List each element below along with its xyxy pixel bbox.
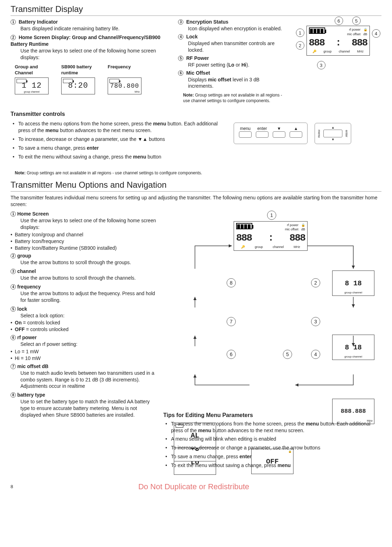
page-number: 8 (11, 484, 13, 490)
flow-circ-2: 2 (311, 278, 320, 287)
controls-note: Note: Group settings are not available i… (15, 170, 381, 176)
section-title-display: Transmitter Display (11, 4, 381, 16)
flow-circ-4: 4 (311, 350, 320, 359)
flow-circ-7: 7 (227, 317, 236, 326)
lock-icon: 🔒 (301, 223, 305, 227)
m2-title: group (17, 253, 31, 259)
lock-icon: 🔒 (363, 27, 367, 32)
m3-num: 3 (11, 269, 16, 274)
flow-circ-3: 3 (311, 317, 320, 326)
flow-circ-6: 6 (227, 350, 236, 359)
callout-3: 3 (178, 19, 183, 25)
m8-body: Use to set the battery type to match the… (11, 398, 156, 418)
m1-title: Home Screen (17, 211, 49, 217)
enter-button[interactable] (256, 131, 268, 138)
m6-num: 6 (11, 335, 16, 340)
fig-call-1: 1 (296, 29, 304, 37)
item3-title: Encryption Status (186, 19, 228, 25)
m4-title: frequency (17, 284, 41, 290)
thumb-h1: Group and Channel (15, 64, 57, 76)
flow-circ-1: 1 (267, 211, 276, 220)
callout-4: 4 (178, 34, 183, 39)
flow-circ-5: 5 (283, 350, 292, 359)
side-rocker[interactable] (323, 130, 342, 137)
item2-body: Use the arrow keys to select one of the … (11, 48, 167, 61)
watermark: Do Not Duplicate or Redistribute (138, 481, 249, 492)
m3-title: channel (17, 268, 36, 274)
m7-body: Use to match audio levels between two tr… (11, 370, 156, 390)
callout-5: 5 (178, 56, 183, 61)
item1-title: Battery Indicator (19, 19, 58, 25)
item2-title: Home Screen Display: Group and Channel/F… (11, 35, 160, 47)
m6-body: Select an rf power setting: (11, 341, 156, 348)
m4-body: Use the arrow buttons to adjust the freq… (11, 290, 156, 304)
m5-num: 5 (11, 306, 16, 312)
m2-num: 2 (11, 253, 16, 259)
section-title-menu: Transmitter Menu Options and Navigation (11, 179, 381, 192)
thumb-lcd-2: 8:20 (61, 77, 95, 94)
m6-title: rf power (17, 335, 37, 340)
section2-intro: The transmitter features individual menu… (11, 194, 381, 208)
m2-body: Use the arrow buttons to scroll through … (11, 259, 156, 266)
flow-lcd-2: 8 18group channel (332, 271, 374, 296)
thumb-lcd-1: 1 12group channel (15, 77, 49, 94)
m1-num: 1 (11, 211, 16, 217)
item1-body: Bars displayed indicate remaining batter… (11, 25, 167, 32)
menu-flow-diagram: rf power🔒 mic offsetdB 888:888 🔑groupcha… (163, 211, 381, 408)
fig-call-4: 4 (372, 29, 380, 38)
flow-lcd-5: OFF🔒 (251, 449, 293, 474)
controls-title: Transmitter controls (11, 110, 381, 118)
thumb-h3: Frequency (108, 64, 150, 76)
m1-sub: Battery Icon/group and channel Battery I… (11, 231, 156, 251)
callout-6: 6 (178, 70, 183, 76)
control-panel-side: menu ▲ ▼ enter (315, 123, 351, 144)
transmitter-display-figure: rf power 🔒 mic offsetdB 888:888 🔑 group … (306, 26, 370, 55)
m6-sub: Lo = 1 mW Hi = 10 mW (11, 348, 156, 362)
item5-title: RF Power (186, 55, 209, 61)
fig-call-2: 2 (296, 41, 304, 50)
battery-icon (309, 27, 325, 34)
m7-num: 7 (11, 364, 16, 369)
control-panel-front: menu enter ▼ ▲ (234, 123, 308, 144)
encryption-icon: 🔑 (312, 49, 316, 54)
home-screen-thumbs: Group and Channel SB900 battery runtime … (11, 62, 154, 96)
item4-body: Displayed when transmitter controls are … (178, 40, 285, 54)
flow-home: rf power🔒 mic offsetdB 888:888 🔑groupcha… (234, 221, 308, 251)
m8-title: battery type (17, 392, 45, 398)
flow-lcd-3: 8 18group channel (332, 335, 374, 360)
m4-num: 4 (11, 284, 16, 290)
m8-num: 8 (11, 392, 16, 398)
callout-2: 2 (11, 35, 16, 40)
fig-call-6: 6 (335, 17, 343, 25)
m5-title: lock (17, 306, 27, 312)
down-button[interactable] (273, 131, 285, 138)
up-button[interactable] (290, 131, 302, 138)
fig-call-5: 5 (352, 17, 361, 25)
m5-sub: On = controls locked OFF = controls unlo… (11, 319, 156, 333)
thumb-lcd-3: 780.800MHz (108, 77, 141, 94)
callout-1: 1 (11, 19, 16, 25)
item6-title: Mic Offset (186, 70, 210, 76)
flow-circ-8: 8 (227, 278, 236, 287)
lcd-digits: 888:888 (309, 36, 367, 50)
m5-body: Select a lock option: (11, 312, 156, 319)
item3-body: Icon displayed when encryption is enable… (178, 25, 285, 32)
item5-body: RF power setting (Lo or Hi). (178, 62, 285, 68)
m7-title: mic offset dB (17, 363, 49, 369)
item4-title: Lock (186, 34, 198, 39)
m3-body: Use the arrow buttons to scroll through … (11, 275, 156, 281)
fig-call-3: 3 (317, 61, 325, 69)
controls-list: To access the menu options from the home… (11, 120, 220, 162)
m1-body: Use the arrow keys to select one of the … (11, 217, 156, 231)
thumb-h2: SB900 battery runtime (61, 64, 103, 76)
section1-note: Note: Group settings are not available i… (183, 92, 285, 104)
menu-button[interactable] (239, 131, 252, 138)
item6-body: Displays mic offset level in 3 dB increm… (178, 76, 285, 90)
